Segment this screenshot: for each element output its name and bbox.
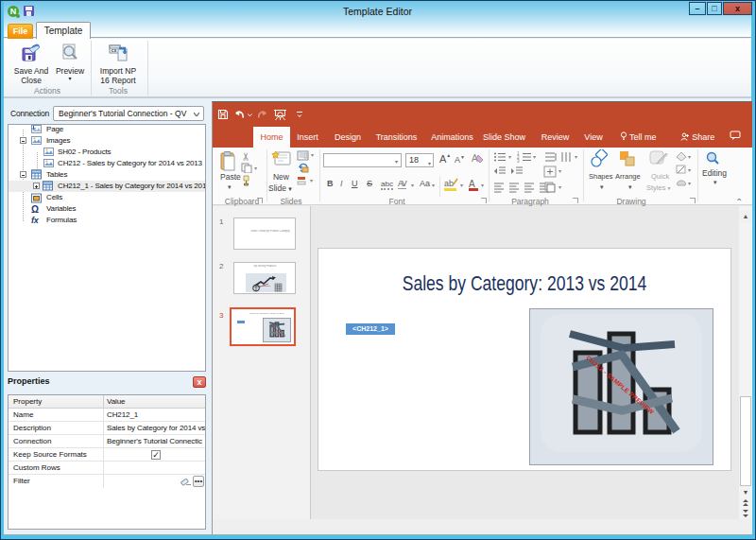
svg-text:3: 3	[517, 159, 520, 163]
svg-text:cx: cx	[112, 47, 118, 53]
svg-text:ab: ab	[444, 179, 454, 188]
svg-text:A: A	[469, 179, 475, 189]
